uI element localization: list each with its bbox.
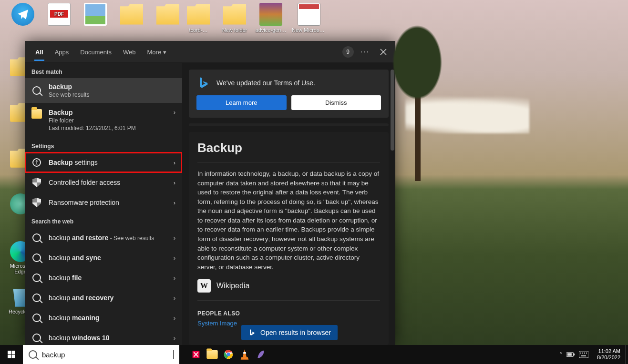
result-label: Controlled folder access [49, 179, 120, 186]
wikipedia-icon: W [197, 279, 211, 293]
search-icon [29, 350, 37, 359]
section-settings: Settings [25, 137, 182, 152]
result-web[interactable]: backup and restore - See web results › [25, 228, 182, 248]
svg-rect-9 [586, 353, 587, 354]
result-label: backup [49, 234, 72, 242]
desktop-icon-winrar[interactable] [259, 3, 282, 27]
result-web[interactable]: backup meaning › [25, 308, 182, 328]
battery-icon[interactable] [566, 352, 575, 357]
svg-rect-8 [584, 353, 585, 354]
folder-icon [31, 109, 42, 119]
taskbar-clock[interactable]: 11:02 AM 8/20/2022 [592, 348, 625, 361]
taskbar-app-explorer[interactable] [204, 345, 220, 364]
close-button[interactable] [376, 47, 391, 57]
shield-icon [31, 197, 42, 208]
desktop-icon-telegram[interactable] [6, 3, 40, 27]
system-tray[interactable]: ˄ [556, 351, 592, 358]
taskbar-app-snip[interactable] [188, 345, 204, 364]
result-web[interactable]: backup file › [25, 268, 182, 288]
result-label-bold: and restore [72, 234, 108, 242]
section-best-match: Best match [25, 63, 182, 78]
chevron-right-icon: › [174, 199, 175, 206]
result-web[interactable]: backup and sync › [25, 248, 182, 268]
chevron-right-icon: › [174, 234, 175, 242]
taskbar-search[interactable] [23, 345, 179, 364]
tab-more[interactable]: More ▾ [142, 43, 172, 61]
terms-notice: We've updated our Terms of Use. Learn mo… [189, 70, 389, 118]
show-desktop-button[interactable] [625, 345, 628, 364]
clock-time: 11:02 AM [597, 348, 620, 354]
svg-rect-4 [567, 353, 572, 355]
backup-icon [31, 157, 42, 168]
learn-more-button[interactable]: Learn more [196, 95, 287, 110]
keyboard-icon[interactable] [579, 351, 588, 358]
desktop-icon-label: New folder [217, 27, 252, 33]
result-best-match[interactable]: backup See web results [25, 78, 182, 103]
search-results-list: Best match backup See web results Backup… [25, 63, 182, 345]
desktop-icon-folder[interactable]: New folder [217, 3, 252, 33]
result-controlled-folder-access[interactable]: Controlled folder access › [25, 172, 182, 192]
divider [189, 123, 389, 126]
result-ransomware-protection[interactable]: Ransomware protection › [25, 192, 182, 212]
tab-apps[interactable]: Apps [49, 43, 75, 61]
result-label: backup [49, 274, 72, 282]
svg-rect-5 [579, 351, 588, 358]
people-also-label: PEOPLE ALSO [197, 310, 380, 317]
result-web[interactable]: backup windows 10 › [25, 328, 182, 345]
result-suffix: - See web results [108, 235, 154, 242]
taskbar-app-feather[interactable] [253, 345, 269, 364]
detail-panel: Backup In information technology, a back… [189, 132, 389, 345]
desktop-icon-folder[interactable] [151, 3, 185, 27]
result-label: backup [49, 294, 72, 302]
svg-rect-10 [581, 355, 586, 356]
result-folder[interactable]: Backup File folder Last modified: 12/3/2… [25, 103, 182, 137]
svg-point-1 [226, 353, 230, 356]
shield-icon [31, 177, 42, 188]
tray-overflow-icon[interactable]: ˄ [559, 351, 563, 358]
scrollbar[interactable] [391, 70, 394, 151]
recent-count-badge[interactable]: 9 [342, 46, 354, 58]
search-preview-pane: We've updated our Terms of Use. Learn mo… [182, 63, 395, 345]
result-label-bold: Backup [49, 159, 73, 166]
search-input[interactable] [42, 351, 168, 359]
search-icon [31, 293, 42, 303]
result-label-bold: and sync [72, 254, 101, 262]
svg-rect-6 [580, 353, 581, 354]
chevron-right-icon: › [174, 109, 175, 116]
more-options-button[interactable]: ··· [360, 48, 370, 56]
search-icon [31, 253, 42, 263]
related-link[interactable]: System Image [197, 320, 237, 327]
tab-documents[interactable]: Documents [74, 43, 117, 61]
search-icon [31, 273, 42, 283]
desktop-icon-folder[interactable]: tcord-… [181, 3, 216, 33]
desktop-icon-picture[interactable] [78, 3, 113, 27]
search-icon [31, 85, 42, 96]
result-backup-settings[interactable]: Backup settings › [25, 152, 182, 172]
desktop: PDF tcord-… New folder advice-gen… New M… [0, 0, 628, 364]
dismiss-button[interactable]: Dismiss [291, 95, 381, 110]
open-results-button[interactable]: Open results in browser [241, 325, 338, 340]
chevron-right-icon: › [174, 314, 175, 322]
detail-source[interactable]: W Wikipedia [197, 279, 380, 293]
start-button[interactable] [0, 345, 23, 364]
result-label: settings [73, 159, 98, 166]
taskbar-app-chrome[interactable] [220, 345, 237, 364]
clock-date: 8/20/2022 [597, 354, 620, 361]
desktop-icon-label: tcord-… [181, 27, 216, 33]
desktop-icon-word[interactable]: New Microsoft… [292, 3, 326, 33]
svg-rect-3 [574, 354, 575, 355]
tab-all[interactable]: All [30, 43, 49, 61]
tab-web[interactable]: Web [117, 43, 142, 61]
chevron-down-icon: ▾ [163, 49, 166, 56]
search-icon [31, 313, 42, 323]
detail-title: Backup [197, 141, 380, 155]
result-label: Ransomware protection [49, 199, 119, 206]
taskbar-app-vlc[interactable] [237, 345, 253, 364]
detail-source-label: Wikipedia [216, 282, 249, 290]
desktop-icon-folder[interactable] [114, 3, 149, 27]
chevron-right-icon: › [174, 159, 175, 166]
taskbar: ˄ 11:02 AM 8/20/2022 [0, 345, 628, 364]
desktop-icon-pdf[interactable]: PDF [42, 3, 76, 27]
result-web[interactable]: backup and recovery › [25, 288, 182, 308]
result-label: backup [49, 254, 72, 262]
